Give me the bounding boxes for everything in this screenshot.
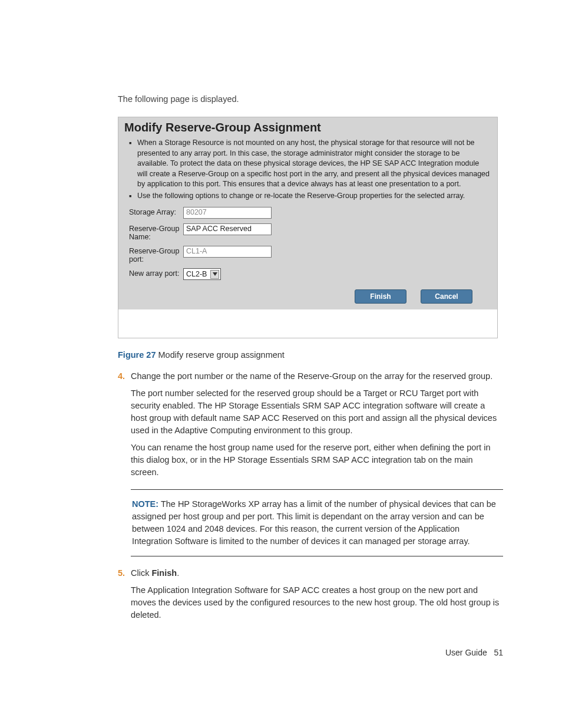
svg-marker-0 <box>213 272 217 276</box>
step-5-paragraph: The Application Integration Software for… <box>131 584 503 621</box>
step-5-lead-suffix: . <box>177 568 179 578</box>
step-number: 4. <box>118 370 125 383</box>
step-4: 4. Change the port number or the name of… <box>118 370 503 479</box>
footer-label: User Guide <box>445 648 487 657</box>
new-array-port-value: CL2-B <box>186 270 207 278</box>
note-box: NOTE: The HP StorageWorks XP array has a… <box>131 489 503 556</box>
footer-page-number: 51 <box>494 648 503 657</box>
panel-bullet: When a Storage Resource is not mounted o… <box>129 138 491 190</box>
storage-array-input[interactable]: 80207 <box>183 207 272 219</box>
figure-caption: Figure 27 Modify reserve group assignmen… <box>118 350 503 360</box>
reserve-group-port-input[interactable]: CL1-A <box>183 246 272 258</box>
storage-array-label: Storage Array: <box>129 207 183 216</box>
step-4-paragraph: You can rename the host group name used … <box>131 442 503 479</box>
step-4-lead: Change the port number or the name of th… <box>131 371 492 381</box>
reserve-group-name-input[interactable]: SAP ACC Reserved <box>183 223 272 235</box>
step-number: 5. <box>118 567 125 579</box>
reserve-group-port-label: Reserve-Group port: <box>129 246 183 263</box>
finish-button[interactable]: Finish <box>355 289 406 304</box>
form-area: Storage Array: 80207 Reserve-Group Name:… <box>129 207 491 280</box>
figure-text: Modify reserve group assignment <box>156 350 284 360</box>
panel-title: Modify Reserve-Group Assignment <box>124 121 491 134</box>
step-5: 5. Click Finish. The Application Integra… <box>118 567 503 621</box>
page-footer: User Guide 51 <box>445 648 503 657</box>
new-array-port-select[interactable]: CL2-B <box>183 268 221 280</box>
panel-bullet: Use the following options to change or r… <box>129 191 491 202</box>
cancel-button[interactable]: Cancel <box>421 289 472 304</box>
intro-text: The following page is displayed. <box>118 94 503 104</box>
step-4-paragraph: The port number selected for the reserve… <box>131 387 503 437</box>
chevron-down-icon <box>210 270 219 279</box>
reserve-group-name-label: Reserve-Group Name: <box>129 223 183 241</box>
note-text: The HP StorageWorks XP array has a limit… <box>132 499 496 546</box>
figure-label: Figure 27 <box>118 350 156 360</box>
panel-whitespace <box>118 309 497 338</box>
note-label: NOTE: <box>132 499 158 509</box>
step-5-lead-prefix: Click <box>131 568 151 578</box>
step-5-lead-bold: Finish <box>151 568 177 578</box>
panel-description-list: When a Storage Resource is not mounted o… <box>129 138 491 201</box>
modify-reserve-group-panel: Modify Reserve-Group Assignment When a S… <box>118 117 498 338</box>
new-array-port-label: New array port: <box>129 268 183 278</box>
